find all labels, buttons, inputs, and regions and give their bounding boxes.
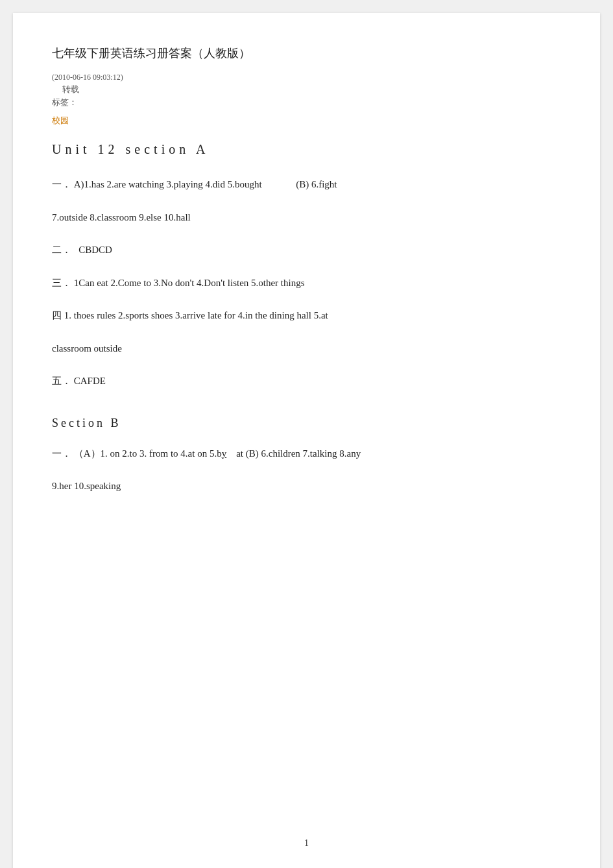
answer-block-4: 四 1. thoes rules 2.sports shoes 3.arrive… [52,306,561,325]
answer-text-4b: classroom outside [52,343,122,354]
num-label-4: 四 [52,310,62,320]
num-label-1: 一． [52,179,71,189]
page-container: 七年级下册英语练习册答案（人教版） (2010-06-16 09:03:12) … [13,13,600,868]
answer-text-5: CAFDE [74,376,106,386]
answer-text-4: 1. thoes rules 2.sports shoes 3.arrive l… [64,310,328,320]
num-label-5: 五． [52,376,71,386]
answer-text-1b: 7.outside 8.classroom 9.else 10.hall [52,212,191,223]
page-number: 1 [304,838,309,849]
answer-block-3: 三． 1Can eat 2.Come to 3.No don't 4.Don't… [52,274,561,293]
page-title: 七年级下册英语练习册答案（人教版） [52,45,561,61]
num-label-3: 三． [52,278,71,288]
num-label-2: 二． [52,245,77,255]
answer-text-2: CBDCD [78,245,112,255]
tags-label: 标签： [52,97,77,107]
answer-text-b1b: 9.her 10.speaking [52,481,121,491]
meta-tags: 标签： [52,97,561,108]
meta-repost: 转载 [62,84,561,95]
answer-block-1b: 7.outside 8.classroom 9.else 10.hall [52,208,561,227]
answer-block-5: 五． CAFDE [52,372,561,391]
answer-block-2: 二． CBDCD [52,241,561,259]
section-b-heading: Section B [52,416,561,430]
answer-text-1: A)1.has 2.are watching 3.playing 4.did 5… [74,179,337,189]
answer-block-4b: classroom outside [52,339,561,358]
answer-text-b1: （A）1. on 2.to 3. from to 4.at on 5.by at… [74,448,361,459]
tag-campus[interactable]: 校园 [52,115,561,127]
unit-heading: Unit 12 section A [52,142,561,157]
num-label-b1: 一． [52,448,71,459]
answer-text-3: 1Can eat 2.Come to 3.No don't 4.Don't li… [74,278,305,288]
answer-block-b1: 一． （A）1. on 2.to 3. from to 4.at on 5.by… [52,444,561,463]
answer-block-b1b: 9.her 10.speaking [52,477,561,496]
answer-block-1: 一． A)1.has 2.are watching 3.playing 4.di… [52,175,561,194]
meta-date: (2010-06-16 09:03:12) [52,73,561,82]
